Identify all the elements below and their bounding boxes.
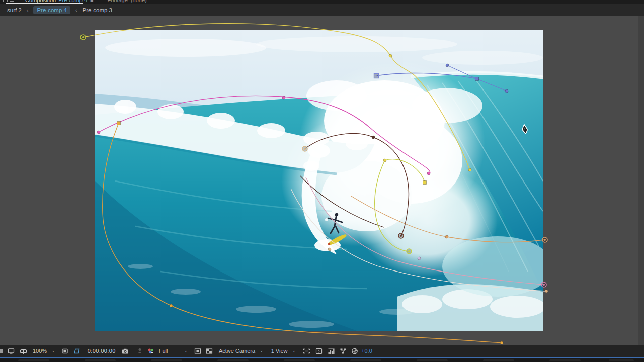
exposure-shutter-icon[interactable] <box>351 347 359 355</box>
chevron-down-icon[interactable]: ⌄ <box>51 348 55 353</box>
view-layout-select[interactable]: 1 View <box>271 348 288 354</box>
panel-edge-shade <box>638 16 644 345</box>
cut-hand-icon[interactable] <box>0 347 4 354</box>
mask-visibility-icon[interactable] <box>72 347 81 355</box>
composition-viewport-image[interactable] <box>95 30 543 331</box>
fast-previews-icon[interactable] <box>315 347 323 355</box>
magnification-select[interactable]: 100% <box>33 348 47 354</box>
panel-grid-icon <box>3 0 8 2</box>
current-time-field[interactable]: 0:00:00:00 <box>88 348 116 354</box>
path-vertex-ring-center <box>544 239 546 241</box>
flowchart-icon[interactable] <box>339 347 347 355</box>
snapshot-camera-icon[interactable] <box>121 347 129 355</box>
chevron-down-icon[interactable]: ⌄ <box>292 348 296 353</box>
panel-tab-strip: CompositionPre-comp 4≡ Footage: (none) <box>0 0 644 4</box>
breadcrumb-separator: ‹ <box>75 7 77 13</box>
pixel-aspect-icon[interactable] <box>302 347 311 355</box>
path-vertex-ring-center <box>543 284 545 286</box>
after-effects-composition-panel: CompositionPre-comp 4≡ Footage: (none) s… <box>0 0 644 362</box>
camera-view-select[interactable]: Active Camera <box>219 348 255 354</box>
channel-rgb-icon[interactable] <box>147 347 154 355</box>
resolution-select[interactable]: Full <box>159 348 168 354</box>
path-vertex-ring <box>80 35 86 40</box>
tab-footage[interactable]: Footage: (none) <box>107 0 146 3</box>
path-vertex-ring <box>542 237 547 242</box>
chevron-down-icon[interactable]: ⌄ <box>184 348 188 353</box>
breadcrumb-item-surf2[interactable]: surf 2 <box>7 7 22 13</box>
path-vertex-ring-center <box>82 36 84 38</box>
path-vertex <box>545 290 548 293</box>
chevron-down-icon[interactable]: ⌄ <box>260 348 264 353</box>
pen-tool-cursor <box>520 124 531 137</box>
always-preview-icon[interactable] <box>7 347 15 355</box>
exposure-value[interactable]: +0.0 <box>361 348 372 354</box>
panel-list-icon <box>10 0 14 2</box>
show-snapshot-icon[interactable] <box>136 347 143 354</box>
breadcrumb-item-precomp4[interactable]: Pre-comp 4 <box>33 6 70 14</box>
vr-goggles-icon[interactable] <box>19 347 28 355</box>
breadcrumb-item-precomp3[interactable]: Pre-comp 3 <box>83 7 112 13</box>
viewer-toolbar: 100% ⌄ 0:00:00:00 Full ⌄ <box>0 345 644 357</box>
timeline-panel-sliver <box>0 358 644 362</box>
region-of-interest-icon[interactable] <box>194 347 202 355</box>
path-vertex <box>500 341 503 344</box>
grid-guides-icon[interactable] <box>61 347 69 355</box>
breadcrumb: surf 2 ‹ Pre-comp 4 ‹ Pre-comp 3 <box>0 4 644 16</box>
timeline-icon[interactable] <box>327 347 336 355</box>
tab-menu-icon: ≡ <box>90 0 93 3</box>
transparency-grid-icon[interactable] <box>205 347 213 355</box>
breadcrumb-separator: ‹ <box>27 7 29 13</box>
